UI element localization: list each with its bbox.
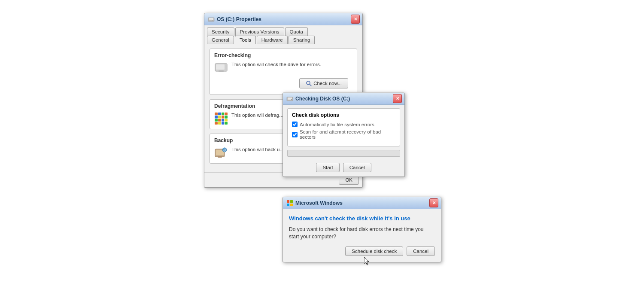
ms-windows-titlebar-left: Microsoft Windows — [286, 200, 343, 207]
option1-label: Automatically fix file system errors — [300, 122, 374, 127]
progress-bar — [287, 150, 400, 157]
tab-strip-bottom: General Tools Hardware Sharing — [204, 35, 362, 44]
tab-previous-versions[interactable]: Previous Versions — [235, 27, 284, 36]
checking-disk-dialog: Checking Disk OS (C:) ✕ Check disk optio… — [283, 92, 405, 177]
option2-checkbox[interactable] — [292, 132, 298, 137]
tab-general[interactable]: General — [207, 36, 234, 44]
schedule-disk-check-button[interactable]: Schedule disk check — [345, 246, 403, 256]
check-now-row: Check now... — [214, 75, 352, 91]
ms-windows-content: Windows can't check the disk while it's … — [283, 209, 441, 262]
svg-rect-20 — [287, 204, 289, 206]
drive-icon — [208, 16, 215, 23]
checking-disk-title: Checking Disk OS (C:) — [295, 96, 350, 102]
ms-body-text: Do you want to check for hard disk error… — [289, 226, 435, 240]
tab-quota[interactable]: Quota — [285, 27, 308, 36]
os-properties-titlebar: OS (C:) Properties ✕ — [204, 13, 362, 25]
tab-security[interactable]: Security — [207, 27, 234, 36]
checking-disk-titlebar: Checking Disk OS (C:) ✕ — [283, 93, 404, 105]
svg-rect-3 — [209, 19, 212, 19]
svg-line-9 — [310, 84, 311, 86]
ms-windows-close-button[interactable]: ✕ — [429, 198, 438, 207]
ms-button-row: Schedule disk check Cancel — [289, 246, 435, 258]
defrag-icon — [214, 112, 228, 125]
svg-rect-21 — [290, 204, 293, 206]
checking-disk-close-button[interactable]: ✕ — [393, 94, 402, 103]
checking-disk-cancel-button[interactable]: Cancel — [343, 163, 371, 172]
os-properties-title: OS (C:) Properties — [217, 16, 261, 22]
ms-cancel-button[interactable]: Cancel — [407, 246, 435, 256]
error-checking-title: Error-checking — [214, 52, 352, 58]
ms-windows-icon — [286, 200, 293, 207]
option2-label: Scan for and attempt recovery of bad sec… — [300, 129, 395, 140]
titlebar-left: OS (C:) Properties — [208, 16, 261, 23]
error-checking-row: This option will check the drive for err… — [214, 61, 352, 75]
checking-disk-icon — [286, 95, 293, 102]
ms-windows-dialog: Microsoft Windows ✕ Windows can't check … — [283, 197, 441, 262]
error-checking-section: Error-checking This option will check th… — [210, 49, 357, 95]
svg-point-17 — [291, 99, 292, 100]
error-checking-description: This option will check the drive for err… — [231, 61, 352, 67]
disk-icon — [214, 61, 228, 75]
option2-row: Scan for and attempt recovery of bad sec… — [292, 129, 395, 140]
check-now-button[interactable]: Check now... — [299, 78, 348, 88]
svg-rect-5 — [216, 64, 225, 70]
svg-point-2 — [213, 20, 213, 21]
tab-sharing[interactable]: Sharing — [289, 36, 315, 44]
svg-text:↺: ↺ — [223, 149, 226, 152]
check-dialog-buttons: Start Cancel — [283, 161, 404, 176]
checking-disk-titlebar-left: Checking Disk OS (C:) — [286, 95, 350, 102]
ms-windows-title: Microsoft Windows — [295, 200, 343, 206]
check-options-title: Check disk options — [292, 112, 395, 118]
tab-hardware[interactable]: Hardware — [257, 36, 288, 44]
check-now-icon — [306, 80, 312, 86]
svg-rect-19 — [290, 200, 293, 203]
ms-windows-titlebar: Microsoft Windows ✕ — [283, 197, 441, 209]
tab-tools[interactable]: Tools — [235, 36, 256, 44]
option1-row: Automatically fix file system errors — [292, 122, 395, 127]
ms-warning-title: Windows can't check the disk while it's … — [289, 215, 435, 222]
tab-strip-top: Security Previous Versions Quota — [204, 25, 362, 35]
os-properties-close-button[interactable]: ✕ — [351, 15, 360, 24]
option1-checkbox[interactable] — [292, 122, 298, 127]
backup-icon: ↺ — [214, 146, 228, 160]
svg-rect-12 — [218, 156, 222, 158]
svg-rect-18 — [287, 200, 289, 203]
check-options-group: Check disk options Automatically fix fil… — [287, 108, 400, 146]
start-button[interactable]: Start — [316, 163, 339, 172]
svg-rect-7 — [219, 70, 224, 72]
